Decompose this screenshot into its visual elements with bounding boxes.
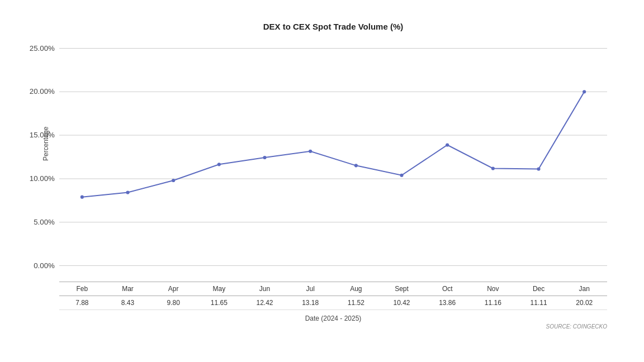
table-header-jul: Jul [287,282,333,296]
x-axis-label: Date (2024 - 2025) [59,315,607,322]
chart-container: DEX to CEX Spot Trade Volume (%) Percent… [15,11,629,351]
table-header-may: May [196,282,242,296]
svg-point-12 [80,196,84,199]
value-jan: 20.02 [561,296,607,310]
value-jun: 12.42 [242,296,288,310]
svg-text:25.00%: 25.00% [30,44,55,53]
value-may: 11.65 [196,296,242,310]
value-sept: 10.42 [379,296,425,310]
table-header-nov: Nov [470,282,516,296]
value-feb: 7.88 [59,296,105,310]
svg-point-20 [446,143,449,146]
table-header-row: Feb Mar Apr May Jun Jul Aug Sept Oct Nov… [59,282,607,296]
value-apr: 9.80 [150,296,196,310]
value-oct: 13.86 [424,296,470,310]
svg-point-19 [400,174,403,177]
svg-point-16 [263,156,266,159]
table-header-dec: Dec [516,282,562,296]
data-table: Feb Mar Apr May Jun Jul Aug Sept Oct Nov… [59,282,607,310]
svg-point-23 [583,90,586,93]
chart-area: Percentage 0.00% 5.00% 10.00% 15.00% 2 [59,37,607,277]
value-jul: 13.18 [287,296,333,310]
svg-point-21 [491,166,495,170]
svg-text:10.00%: 10.00% [30,174,55,183]
svg-text:20.00%: 20.00% [30,87,55,96]
svg-text:5.00%: 5.00% [34,218,55,226]
chart-title: DEX to CEX Spot Trade Volume (%) [59,22,607,31]
table-header-oct: Oct [424,282,470,296]
source-label: SOURCE: COINGECKO [59,323,607,330]
table-value-row: 7.88 8.43 9.80 11.65 12.42 13.18 11.52 1… [59,296,607,310]
svg-point-22 [537,167,540,170]
svg-point-15 [217,163,221,166]
svg-point-17 [309,150,312,153]
svg-text:0.00%: 0.00% [34,261,55,270]
svg-point-18 [354,164,358,167]
svg-point-14 [172,179,175,182]
table-header-jan: Jan [561,282,607,296]
value-dec: 11.11 [516,296,562,310]
value-nov: 11.16 [470,296,516,310]
y-axis-label: Percentage [42,127,50,161]
table-header-mar: Mar [105,282,151,296]
svg-point-13 [126,190,129,194]
table-header-jun: Jun [242,282,288,296]
value-mar: 8.43 [105,296,151,310]
table-header-feb: Feb [59,282,105,296]
table-header-aug: Aug [333,282,379,296]
value-aug: 11.52 [333,296,379,310]
line-chart: 0.00% 5.00% 10.00% 15.00% 20.00% 25.00% [59,37,607,277]
table-header-sept: Sept [379,282,425,296]
table-header-apr: Apr [150,282,196,296]
